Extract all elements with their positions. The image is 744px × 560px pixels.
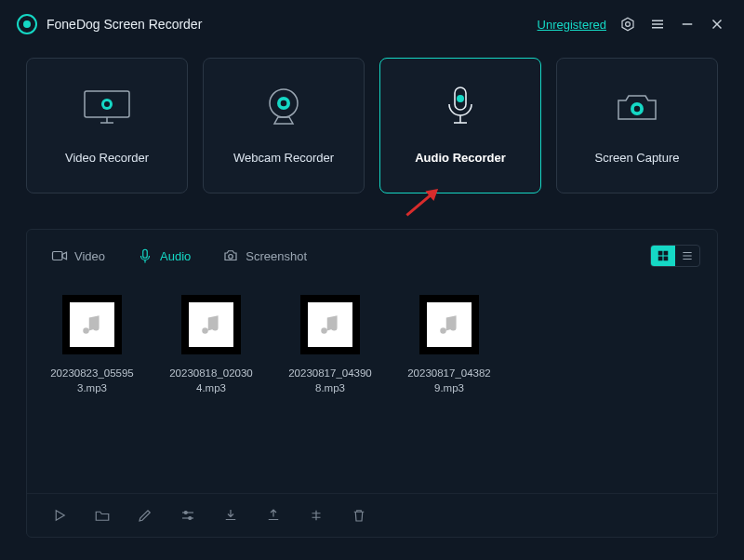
file-thumbnail [181,295,241,354]
file-thumbnail [419,295,479,354]
svg-rect-25 [143,249,148,258]
mode-label: Video Recorder [65,151,149,165]
mode-label: Webcam Recorder [233,151,334,165]
svg-rect-24 [53,252,63,260]
file-item[interactable]: 20230823_055953.mp3 [47,295,137,395]
music-note-icon [437,313,461,337]
mode-card-webcam[interactable]: Webcam Recorder [203,58,365,193]
download-icon[interactable] [222,507,239,524]
mode-card-video[interactable]: Video Recorder [26,58,188,193]
trash-icon[interactable] [351,507,367,524]
view-toggle [650,245,700,267]
file-name: 20230817_043829.mp3 [405,366,494,395]
sliders-icon[interactable] [179,507,196,524]
tab-screenshot[interactable]: Screenshot [222,247,307,264]
app-logo-icon [17,14,37,34]
view-grid-button[interactable] [651,246,675,266]
mode-cards-row: Video Recorder Webcam Recorder Audio Rec… [0,48,744,193]
folder-icon[interactable] [94,507,111,524]
tab-label: Screenshot [246,249,307,263]
file-name: 20230817_043908.mp3 [286,366,375,395]
svg-line-22 [406,193,432,215]
microphone-icon [444,87,477,127]
settings-gear-icon[interactable] [619,16,636,33]
minimize-icon[interactable] [679,16,696,33]
convert-icon[interactable] [308,507,325,524]
tab-video[interactable]: Video [51,247,105,264]
view-list-button[interactable] [675,246,699,266]
file-name: 20230823_055953.mp3 [47,366,137,395]
mode-card-audio[interactable]: Audio Recorder [379,58,541,193]
tab-audio[interactable]: Audio [137,247,191,264]
file-item[interactable]: 20230818_020304.mp3 [166,295,256,395]
title-bar: FoneDog Screen Recorder Unregistered [0,0,744,48]
edit-icon[interactable] [137,507,153,524]
svg-rect-30 [658,257,663,261]
svg-point-12 [104,101,110,107]
library-panel: Video Audio Screenshot 20230823_055953.m… [26,229,718,538]
file-thumbnail [300,295,360,354]
mode-label: Screen Capture [594,151,679,165]
app-title: FoneDog Screen Recorder [46,17,202,32]
svg-marker-35 [56,511,64,521]
svg-point-15 [281,100,287,106]
camera-icon [614,87,660,127]
svg-rect-29 [664,251,669,256]
file-grid: 20230823_055953.mp3 20230818_020304.mp3 … [27,278,717,493]
file-item[interactable]: 20230817_043829.mp3 [405,295,494,395]
svg-point-21 [634,105,640,111]
mode-card-screen-capture[interactable]: Screen Capture [556,58,718,193]
menu-icon[interactable] [649,16,666,33]
tab-label: Video [74,249,105,263]
tab-label: Audio [160,249,191,263]
webcam-icon [263,87,304,127]
mode-label: Audio Recorder [415,151,506,165]
svg-rect-28 [658,251,663,256]
file-thumbnail [62,295,122,354]
svg-rect-31 [664,257,669,261]
library-tabs: Video Audio Screenshot [27,230,717,278]
svg-point-1 [626,22,631,27]
file-name: 20230818_020304.mp3 [166,366,256,395]
svg-marker-0 [622,18,633,31]
music-note-icon [318,313,342,337]
svg-point-27 [229,255,233,260]
library-toolbar [27,493,717,537]
music-note-icon [80,313,104,337]
svg-point-19 [457,95,464,102]
play-icon[interactable] [51,507,68,524]
file-item[interactable]: 20230817_043908.mp3 [286,295,375,395]
svg-point-39 [189,517,192,520]
close-icon[interactable] [709,16,725,33]
monitor-icon [82,87,132,127]
music-note-icon [199,313,223,337]
unregistered-link[interactable]: Unregistered [538,18,606,32]
share-icon[interactable] [265,507,282,524]
svg-point-38 [184,512,187,514]
